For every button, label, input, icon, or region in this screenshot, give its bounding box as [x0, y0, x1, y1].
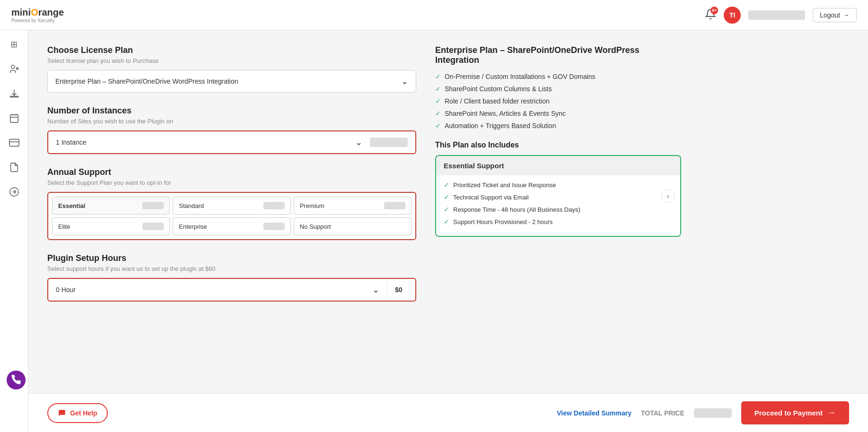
- chat-fab-button[interactable]: [7, 371, 26, 389]
- support-card-next-arrow[interactable]: ›: [661, 190, 675, 203]
- support-feature-text: Support Hours Provisioned - 2 hours: [453, 218, 552, 225]
- sidebar-item-calendar[interactable]: [8, 112, 21, 125]
- instance-price: [370, 138, 408, 147]
- chevron-down-icon: ⌄: [372, 285, 379, 295]
- annual-support-subtitle: Select the Support Plan you want to opt-…: [47, 179, 416, 186]
- notification-bell[interactable]: 9+: [705, 9, 716, 21]
- support-option-no-support[interactable]: No Support: [294, 217, 412, 235]
- proceed-label: Proceed to Payment: [754, 409, 823, 417]
- plugin-hours-title: Plugin Setup Hours: [47, 253, 416, 263]
- instances-title: Number of Instances: [47, 106, 416, 116]
- feature-item: ✓Role / Client based folder restriction: [435, 97, 681, 105]
- support-card-body: ✓ Prioritized Ticket and Issue Response …: [436, 175, 680, 236]
- get-help-label: Get Help: [70, 409, 97, 417]
- support-price-enterprise: [263, 223, 285, 230]
- svg-point-0: [11, 65, 14, 69]
- chat-icon: [58, 409, 66, 417]
- feature-item: ✓Automation + Triggers Based Solution: [435, 122, 681, 130]
- logout-icon: →: [843, 11, 850, 19]
- license-plan-value: Enterprise Plan – SharePoint/OneDrive Wo…: [55, 78, 238, 85]
- feature-text: On-Premise / Custom Installations + GOV …: [445, 73, 596, 80]
- feature-text: SharePoint News, Articles & Events Sync: [445, 110, 566, 117]
- logo-mini: mini: [11, 7, 31, 18]
- sidebar-item-circle-arrow[interactable]: [8, 185, 21, 199]
- support-label: Standard: [179, 202, 204, 209]
- main-content: Choose License Plan Select license plan …: [28, 30, 868, 432]
- feature-item: ✓On-Premise / Custom Installations + GOV…: [435, 73, 681, 80]
- svg-rect-2: [10, 115, 18, 122]
- instances-subtitle: Number of Sites you wish to use the Plug…: [47, 118, 416, 125]
- sidebar-item-download[interactable]: [8, 87, 21, 100]
- total-price-label: TOTAL PRICE: [641, 409, 684, 417]
- logout-label: Logout: [820, 11, 840, 19]
- support-option-premium[interactable]: Premium: [294, 197, 412, 215]
- support-price-standard: [263, 202, 285, 209]
- hours-dropdown[interactable]: 0 Hour ⌄: [48, 279, 387, 301]
- support-feature-item: ✓ Prioritized Ticket and Issue Response: [444, 181, 673, 189]
- sidebar-item-payment[interactable]: [8, 136, 21, 149]
- user-avatar[interactable]: TI: [724, 7, 741, 24]
- annual-support-section: Annual Support Select the Support Plan y…: [47, 167, 416, 240]
- instance-dropdown[interactable]: 1 Instance ⌄: [48, 131, 370, 153]
- logo: miniOrange Powered by Xecutify: [11, 7, 64, 23]
- license-plan-dropdown[interactable]: Enterprise Plan – SharePoint/OneDrive Wo…: [47, 70, 416, 93]
- arrow-right-icon: →: [827, 408, 836, 418]
- support-option-standard[interactable]: Standard: [173, 197, 290, 215]
- instances-section: Number of Instances Number of Sites you …: [47, 106, 416, 154]
- chevron-down-icon: ⌄: [401, 76, 408, 86]
- sidebar-item-document[interactable]: [8, 161, 21, 174]
- support-option-enterprise[interactable]: Enterprise: [173, 217, 290, 235]
- plan-includes-title: This Plan also Includes: [435, 141, 681, 149]
- logo-text: miniOrange: [11, 7, 64, 18]
- sidebar-item-grid[interactable]: ⊞: [8, 38, 21, 51]
- get-help-button[interactable]: Get Help: [47, 403, 108, 423]
- support-feature-item: ✓ Response Time - 48 hours (All Business…: [444, 206, 673, 213]
- license-title: Choose License Plan: [47, 45, 416, 55]
- proceed-to-payment-button[interactable]: Proceed to Payment →: [741, 401, 849, 424]
- hours-price: $0: [387, 280, 415, 299]
- footer-right: View Detailed Summary TOTAL PRICE Procee…: [557, 401, 849, 424]
- support-price-premium: [384, 202, 405, 209]
- powered-by: Powered by Xecutify: [11, 18, 64, 23]
- logo-o: O: [31, 7, 38, 18]
- support-price-elite: [142, 223, 164, 230]
- check-icon: ✓: [444, 206, 449, 213]
- support-option-elite[interactable]: Elite: [52, 217, 170, 235]
- check-icon: ✓: [444, 193, 449, 201]
- feature-item: ✓SharePoint News, Articles & Events Sync: [435, 110, 681, 117]
- support-option-essential[interactable]: Essential: [52, 197, 170, 215]
- check-icon: ✓: [435, 110, 441, 117]
- support-card-header: Essential Support: [436, 156, 680, 175]
- feature-text: Automation + Triggers Based Solution: [445, 122, 556, 130]
- footer-bar: Get Help View Detailed Summary TOTAL PRI…: [28, 393, 868, 432]
- check-icon: ✓: [435, 73, 441, 80]
- support-label: Enterprise: [179, 223, 207, 230]
- support-label: Essential: [58, 202, 85, 209]
- view-summary-link[interactable]: View Detailed Summary: [557, 409, 631, 417]
- license-subtitle: Select license plan you wish to Purchase: [47, 57, 416, 64]
- support-label: Premium: [300, 202, 324, 209]
- check-icon: ✓: [444, 181, 449, 189]
- feature-item: ✓SharePoint Custom Columns & Lists: [435, 85, 681, 93]
- header: miniOrange Powered by Xecutify 9+ TI Log…: [0, 0, 868, 30]
- license-section: Choose License Plan Select license plan …: [47, 45, 416, 93]
- plan-features-list: ✓On-Premise / Custom Installations + GOV…: [435, 73, 681, 130]
- support-feature-text: Technical Support via Email: [453, 194, 529, 201]
- check-icon: ✓: [435, 97, 441, 105]
- user-name: [748, 10, 805, 20]
- feature-text: Role / Client based folder restriction: [445, 97, 550, 105]
- feature-text: SharePoint Custom Columns & Lists: [445, 85, 552, 93]
- header-right: 9+ TI Logout →: [705, 7, 857, 24]
- instance-value: 1 Instance: [56, 138, 87, 146]
- sidebar-item-user-settings[interactable]: [8, 62, 21, 76]
- logo-range: range: [38, 7, 64, 18]
- support-feature-text: Response Time - 48 hours (All Business D…: [453, 206, 580, 213]
- phone-icon: [11, 375, 21, 385]
- hours-select-row: 0 Hour ⌄ $0: [47, 278, 416, 302]
- notification-badge: 9+: [710, 7, 718, 14]
- plugin-hours-section: Plugin Setup Hours Select support hours …: [47, 253, 416, 302]
- logout-button[interactable]: Logout →: [813, 8, 857, 22]
- support-feature-item: ✓ Technical Support via Email: [444, 193, 673, 201]
- support-price-essential: [142, 202, 164, 209]
- plugin-hours-subtitle: Select support hours if you want us to s…: [47, 265, 416, 272]
